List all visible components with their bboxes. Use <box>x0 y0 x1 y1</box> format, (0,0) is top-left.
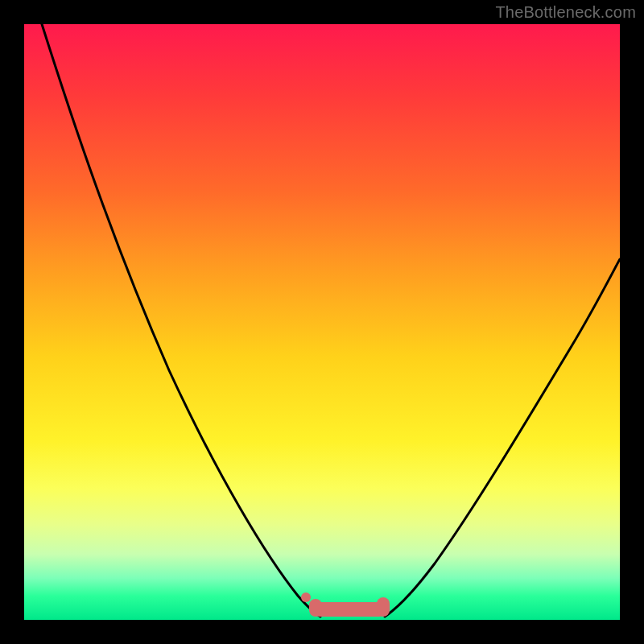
marker-dot <box>301 592 311 602</box>
marker-flat-segment <box>312 602 386 617</box>
bottleneck-curves <box>24 24 620 620</box>
right-curve-path <box>385 259 620 617</box>
marker-flat-right-cap <box>377 597 390 617</box>
left-curve-path <box>42 24 320 617</box>
marker-flat-left-cap <box>309 599 322 617</box>
chart-area <box>24 24 620 620</box>
watermark-text: TheBottleneck.com <box>495 3 636 22</box>
